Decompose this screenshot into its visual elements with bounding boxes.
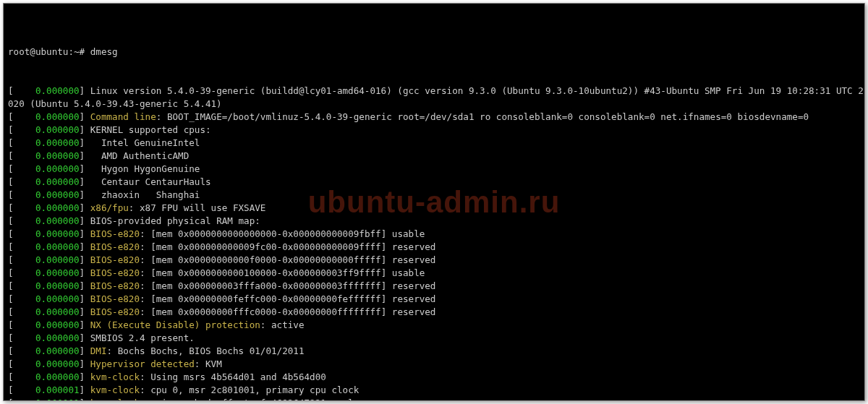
prompt-userhost: root@ubuntu <box>8 46 68 57</box>
bracket-open: [ <box>8 202 14 213</box>
prompt-command: dmesg <box>90 46 118 57</box>
log-text: Linux version 5.4.0-39-generic (buildd@l… <box>90 85 864 96</box>
log-text: cpu 0, msr 2c801001, primary cpu clock <box>150 384 359 395</box>
terminal-window[interactable]: ubuntu-admin.ru root@ubuntu:~# dmesg [ 0… <box>3 3 865 401</box>
bracket-close: ] <box>80 358 90 369</box>
log-line: [ 0.000000] x86/fpu: x87 FPU will use FX… <box>8 202 860 215</box>
bracket-close: ] <box>80 241 90 252</box>
log-timestamp: 0.000000 <box>14 150 80 161</box>
bracket-close: ] <box>80 319 90 330</box>
bracket-close: ] <box>80 215 90 226</box>
log-line: [ 0.000000] Hypervisor detected: KVM <box>8 358 860 371</box>
log-line: [ 0.000000] Hygon HygonGenuine <box>8 163 860 176</box>
bracket-open: [ <box>8 254 14 265</box>
log-timestamp: 0.000001 <box>14 384 80 395</box>
bracket-open: [ <box>8 345 14 356</box>
bracket-open: [ <box>8 176 14 187</box>
bracket-open: [ <box>8 280 14 291</box>
log-line: [ 0.000000] SMBIOS 2.4 present. <box>8 332 860 345</box>
bracket-open: [ <box>8 397 14 401</box>
log-timestamp: 0.000000 <box>14 254 80 265</box>
log-line: [ 0.000000] BIOS-e820: [mem 0x000000003f… <box>8 280 860 293</box>
log-timestamp: 0.000001 <box>14 397 80 401</box>
log-tag: Command line <box>90 111 156 122</box>
log-tag: BIOS-e820 <box>90 267 140 278</box>
log-timestamp: 0.000000 <box>14 241 80 252</box>
dmesg-output: [ 0.000000] Linux version 5.4.0-39-gener… <box>8 85 860 401</box>
bracket-close: ] <box>80 189 90 200</box>
log-timestamp: 0.000000 <box>14 189 80 200</box>
bracket-close: ] <box>80 176 90 187</box>
log-timestamp: 0.000000 <box>14 85 80 96</box>
log-text: Intel GenuineIntel <box>90 137 200 148</box>
bracket-close: ] <box>80 228 90 239</box>
bracket-open: [ <box>8 124 14 135</box>
log-timestamp: 0.000000 <box>14 124 80 135</box>
log-line: [ 0.000000] AMD AuthenticAMD <box>8 150 860 163</box>
log-line: [ 0.000001] kvm-clock: cpu 0, msr 2c8010… <box>8 384 860 397</box>
log-timestamp: 0.000000 <box>14 371 80 382</box>
bracket-close: ] <box>80 163 90 174</box>
log-tag: kvm-clock <box>90 397 140 401</box>
bracket-close: ] <box>80 384 90 395</box>
log-tag: kvm-clock <box>90 371 140 382</box>
log-timestamp: 0.000000 <box>14 111 80 122</box>
log-text: KVM <box>205 358 222 369</box>
log-text: AMD AuthenticAMD <box>90 150 189 161</box>
log-text: [mem 0x000000000009fc00-0x000000000009ff… <box>150 241 435 252</box>
bracket-open: [ <box>8 189 14 200</box>
log-timestamp: 0.000000 <box>14 202 80 213</box>
log-tag: BIOS-e820 <box>90 254 140 265</box>
log-timestamp: 0.000000 <box>14 163 80 174</box>
bracket-close: ] <box>80 345 90 356</box>
bracket-close: ] <box>80 371 90 382</box>
log-text: active <box>271 319 305 330</box>
log-text: BIOS-provided physical RAM map: <box>90 215 260 226</box>
log-timestamp: 0.000000 <box>14 267 80 278</box>
log-text: x87 FPU will use FXSAVE <box>140 202 265 213</box>
log-line: [ 0.000000] Intel GenuineIntel <box>8 137 860 150</box>
log-tag: kvm-clock <box>90 384 140 395</box>
bracket-open: [ <box>8 215 14 226</box>
log-timestamp: 0.000000 <box>14 319 80 330</box>
bracket-close: ] <box>80 267 90 278</box>
log-line: [ 0.000000] Centaur CentaurHauls <box>8 176 860 189</box>
bracket-close: ] <box>80 111 90 122</box>
log-tag: DMI <box>90 345 107 356</box>
bracket-open: [ <box>8 137 14 148</box>
log-text: Bochs Bochs, BIOS Bochs 01/01/2011 <box>118 345 305 356</box>
bracket-close: ] <box>80 137 90 148</box>
log-text: [mem 0x00000000000f0000-0x00000000000fff… <box>150 254 435 265</box>
bracket-open: [ <box>8 111 14 122</box>
log-timestamp: 0.000000 <box>14 215 80 226</box>
bracket-close: ] <box>80 124 90 135</box>
bracket-open: [ <box>8 332 14 343</box>
bracket-close: ] <box>80 397 90 401</box>
bracket-close: ] <box>80 306 90 317</box>
log-text: 020 (Ubuntu 5.4.0-39.43-generic 5.4.41) <box>8 98 222 109</box>
bracket-close: ] <box>80 150 90 161</box>
bracket-open: [ <box>8 163 14 174</box>
bracket-open: [ <box>8 267 14 278</box>
log-timestamp: 0.000000 <box>14 332 80 343</box>
log-text: zhaoxin Shanghai <box>90 189 200 200</box>
log-tag: BIOS-e820 <box>90 293 140 304</box>
log-timestamp: 0.000000 <box>14 228 80 239</box>
log-text: [mem 0x00000000feffc000-0x00000000feffff… <box>150 293 435 304</box>
log-line: [ 0.000000] NX (Execute Disable) protect… <box>8 319 860 332</box>
log-timestamp: 0.000000 <box>14 176 80 187</box>
log-tag: BIOS-e820 <box>90 241 140 252</box>
log-line: [ 0.000000] BIOS-e820: [mem 0x0000000000… <box>8 228 860 241</box>
log-line: [ 0.000000] BIOS-e820: [mem 0x0000000000… <box>8 241 860 254</box>
log-text: [mem 0x00000000fffc0000-0x00000000ffffff… <box>150 306 435 317</box>
bracket-close: ] <box>80 293 90 304</box>
log-text: [mem 0x000000003fffa000-0x000000003fffff… <box>150 280 435 291</box>
log-tag: BIOS-e820 <box>90 280 140 291</box>
prompt-line: root@ubuntu:~# dmesg <box>8 46 860 59</box>
log-tag: BIOS-e820 <box>90 228 140 239</box>
log-tag: Hypervisor detected <box>90 358 195 369</box>
log-text: SMBIOS 2.4 present. <box>90 332 195 343</box>
bracket-open: [ <box>8 319 14 330</box>
bracket-open: [ <box>8 293 14 304</box>
log-tag: NX (Execute Disable) protection <box>90 319 260 330</box>
